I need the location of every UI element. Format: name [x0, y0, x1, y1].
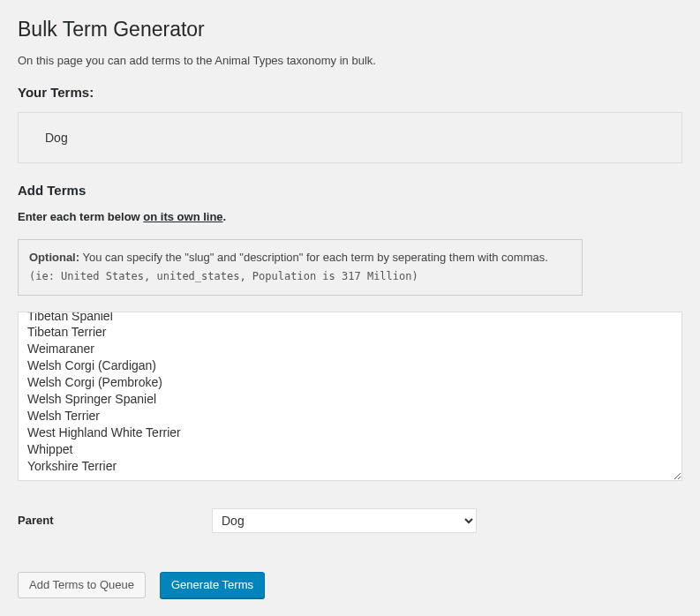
- add-terms-instruction: Enter each term below on its own line.: [18, 210, 682, 223]
- your-terms-box: Dog: [18, 112, 682, 163]
- instruction-prefix: Enter each term below: [18, 210, 143, 223]
- page-title: Bulk Term Generator: [18, 18, 682, 41]
- optional-hint-box: Optional: You can specify the "slug" and…: [18, 239, 583, 296]
- instruction-suffix: .: [223, 210, 227, 223]
- optional-text: You can specify the "slug" and "descript…: [79, 251, 548, 264]
- parent-row: Parent Dog: [18, 508, 682, 533]
- parent-select[interactable]: Dog: [212, 508, 477, 533]
- optional-example: (ie: United States, united_states, Popul…: [29, 270, 418, 282]
- add-terms-heading: Add Terms: [18, 183, 682, 198]
- parent-label: Parent: [18, 514, 212, 527]
- term-item: Dog: [45, 131, 655, 145]
- page-description: On this page you can add terms to the An…: [18, 54, 682, 67]
- add-to-queue-button[interactable]: Add Terms to Queue: [18, 572, 146, 598]
- generate-terms-button[interactable]: Generate Terms: [160, 572, 265, 598]
- your-terms-heading: Your Terms:: [18, 85, 682, 100]
- instruction-underline: on its own line: [143, 210, 222, 223]
- button-row: Add Terms to Queue Generate Terms: [18, 572, 682, 598]
- terms-textarea[interactable]: [18, 312, 682, 481]
- optional-label: Optional:: [29, 251, 79, 264]
